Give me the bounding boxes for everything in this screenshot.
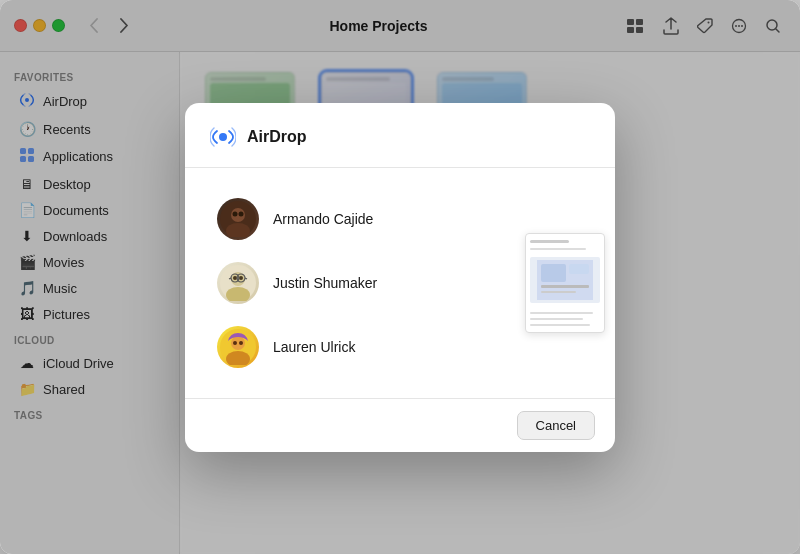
airdrop-modal: AirDrop (185, 103, 615, 452)
finder-window: Home Projects (0, 0, 800, 554)
main-area: Favorites AirDrop 🕐 Recents (0, 52, 800, 554)
modal-title: AirDrop (247, 128, 307, 146)
svg-rect-37 (569, 264, 589, 274)
person-name-justin: Justin Shumaker (273, 275, 377, 291)
preview-thumbnail (525, 233, 605, 333)
person-lauren[interactable]: Lauren Ulrick (193, 316, 507, 378)
modal-footer: Cancel (185, 398, 615, 452)
person-armando[interactable]: Armando Cajide (193, 188, 507, 250)
svg-rect-36 (541, 264, 566, 282)
svg-point-23 (233, 276, 237, 280)
modal-header: AirDrop (185, 123, 615, 168)
cancel-button[interactable]: Cancel (517, 411, 595, 440)
people-list: Armando Cajide (185, 178, 515, 388)
svg-point-34 (239, 341, 243, 345)
avatar-armando (217, 198, 259, 240)
modal-overlay: AirDrop (0, 52, 800, 554)
svg-point-14 (219, 133, 227, 141)
airdrop-modal-icon (209, 123, 237, 151)
preview-image (530, 257, 600, 303)
svg-rect-38 (541, 285, 589, 288)
svg-point-19 (239, 211, 244, 216)
preview-text-lines (530, 306, 600, 326)
svg-point-33 (233, 341, 237, 345)
person-name-armando: Armando Cajide (273, 211, 373, 227)
preview-panel (515, 178, 615, 388)
svg-rect-39 (541, 291, 576, 293)
modal-body: Armando Cajide (185, 168, 615, 398)
person-name-lauren: Lauren Ulrick (273, 339, 355, 355)
person-justin[interactable]: Justin Shumaker (193, 252, 507, 314)
svg-point-24 (239, 276, 243, 280)
avatar-justin (217, 262, 259, 304)
svg-point-18 (233, 211, 238, 216)
avatar-lauren (217, 326, 259, 368)
